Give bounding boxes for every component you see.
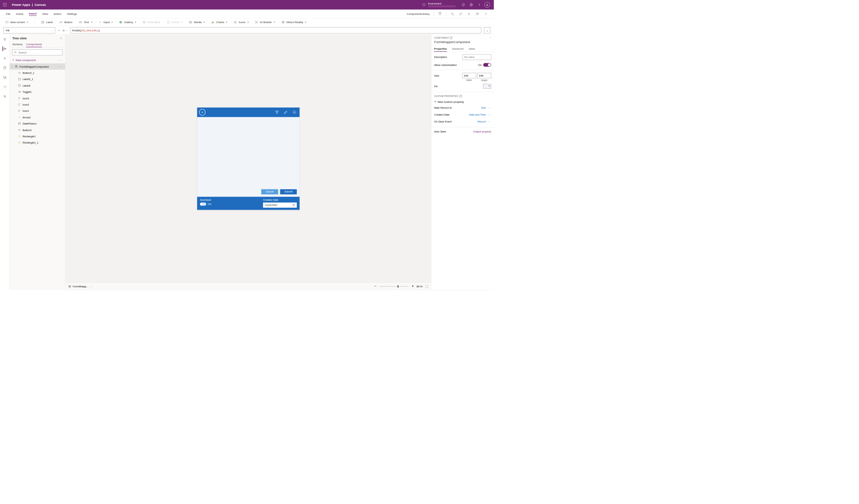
zoom-out-button[interactable]: −: [374, 284, 376, 288]
tree-node[interactable]: Rectangle1_1: [10, 139, 66, 146]
help-icon[interactable]: ?: [450, 37, 453, 39]
component-library-link[interactable]: ComponentLibrary: [407, 12, 430, 16]
tree-search-input[interactable]: [12, 49, 62, 55]
environment-selector[interactable]: Environment: [422, 2, 456, 7]
custom-prop-row[interactable]: Auto Save Output property: [434, 130, 491, 133]
more-icon[interactable]: ···: [488, 113, 491, 116]
props-tab-advanced[interactable]: Advanced: [452, 46, 463, 52]
tree-node[interactable]: Arrow1: [10, 114, 66, 120]
tree-node[interactable]: Label3: [10, 82, 66, 89]
created-date-input[interactable]: 11/24/2021: [263, 202, 297, 208]
chevron-right-icon[interactable]: ›: [490, 37, 491, 39]
menu-view[interactable]: View: [42, 12, 48, 16]
ribbon-label[interactable]: Label: [41, 20, 53, 24]
undo-icon[interactable]: [450, 12, 455, 16]
icons-icon: [18, 109, 21, 112]
zoom-slider[interactable]: [379, 286, 409, 286]
tree-node[interactable]: Button2_1: [10, 70, 66, 76]
health-check-icon[interactable]: [438, 12, 442, 16]
tree-node[interactable]: DatePicker1: [10, 120, 66, 127]
edit-icon[interactable]: [282, 109, 289, 115]
notifications-icon[interactable]: [460, 1, 467, 9]
rail-hamburger-icon[interactable]: [2, 37, 7, 42]
back-icon[interactable]: [199, 109, 205, 115]
prop-description-input[interactable]: [463, 55, 491, 60]
custom-prop-row[interactable]: Created Date Date and Time···: [434, 113, 491, 116]
menu-settings[interactable]: Settings: [67, 12, 77, 16]
prop-fill-swatch[interactable]: ⏷: [483, 84, 491, 89]
tree-node[interactable]: Icon3: [10, 95, 66, 101]
rail-data-icon[interactable]: [2, 66, 7, 70]
more-icon[interactable]: ···: [59, 58, 62, 61]
help-icon[interactable]: ?: [460, 95, 462, 98]
more-icon[interactable]: ···: [59, 65, 62, 68]
zoom-in-button[interactable]: +: [412, 284, 414, 288]
settings-icon[interactable]: [467, 1, 475, 9]
custom-prop-row[interactable]: On Save Event Record···: [434, 120, 491, 123]
props-tab-ideas[interactable]: Ideas: [469, 46, 475, 52]
property-selector[interactable]: Fill ⌄: [3, 27, 55, 33]
rail-insert-icon[interactable]: [2, 56, 7, 61]
svg-point-5: [6, 4, 7, 5]
play-preview-icon[interactable]: [467, 12, 471, 16]
ribbon-new-screen[interactable]: New screen▾: [5, 20, 28, 24]
formula-input[interactable]: RGBA(241, 244, 249, 1): [70, 27, 481, 33]
ribbon-input[interactable]: Input▾: [98, 20, 113, 24]
rail-tree-view-icon[interactable]: [2, 47, 7, 51]
menu-insert[interactable]: Insert: [29, 12, 37, 16]
prop-width-input[interactable]: [462, 73, 476, 78]
more-icon[interactable]: ···: [488, 106, 491, 109]
cancel-button[interactable]: Cancel: [261, 189, 278, 194]
redo-icon[interactable]: [459, 12, 463, 16]
tree-node[interactable]: Label3_1: [10, 76, 66, 82]
new-component-button[interactable]: + New component: [12, 58, 36, 61]
tree-node[interactable]: Rectangle1: [10, 133, 66, 139]
ribbon-gallery[interactable]: Gallery▾: [119, 20, 136, 24]
breadcrumb-selector[interactable]: FormWrapp... ⌄: [68, 285, 92, 288]
more-icon[interactable]: ···: [488, 120, 491, 123]
menu-action[interactable]: Action: [54, 12, 61, 16]
ribbon-media[interactable]: Media▾: [189, 20, 205, 24]
new-custom-property-button[interactable]: + New custom property: [434, 100, 491, 103]
tab-screens[interactable]: Screens: [12, 41, 23, 47]
datepicker-icon: [18, 122, 21, 125]
ribbon-ai-builder[interactable]: AI Builder▾: [255, 20, 275, 24]
rail-flows-icon[interactable]: [2, 85, 7, 89]
account-avatar[interactable]: A: [483, 1, 491, 9]
ribbon-data-table[interactable]: Data table: [142, 20, 160, 24]
app-launcher-icon[interactable]: [3, 3, 7, 7]
fx-button[interactable]: fx⌄: [62, 29, 67, 32]
submit-button[interactable]: Submit: [280, 189, 297, 194]
formula-expand-button[interactable]: ⌄: [484, 27, 490, 33]
custom-prop-row[interactable]: Main Record Id Text···: [434, 106, 491, 109]
tree-node-root[interactable]: ⌄ FormWrapperComponent ···: [10, 63, 66, 69]
share-icon[interactable]: [475, 12, 480, 16]
tree-search-field[interactable]: [18, 51, 60, 54]
tree-node[interactable]: Icon2: [10, 101, 66, 108]
allow-customization-toggle[interactable]: [483, 63, 491, 67]
rail-media-icon[interactable]: [2, 75, 7, 80]
help-icon[interactable]: [484, 12, 488, 16]
tree-node[interactable]: Toggle1: [10, 89, 66, 95]
tab-components[interactable]: Components: [26, 41, 42, 47]
help-icon[interactable]: [475, 1, 483, 9]
gear-icon[interactable]: [291, 109, 298, 115]
ribbon-text[interactable]: Text▾: [79, 20, 92, 24]
autosave-toggle[interactable]: [200, 202, 206, 206]
fit-screen-icon[interactable]: [425, 285, 428, 288]
menu-file[interactable]: File: [6, 12, 10, 16]
tree-node[interactable]: Button2: [10, 127, 66, 133]
menu-home[interactable]: Home: [16, 12, 23, 16]
component-stage[interactable]: Cancel Submit AutoSave On Created Da: [197, 107, 300, 210]
ribbon-forms[interactable]: Forms▾: [166, 20, 182, 24]
props-tab-properties[interactable]: Properties: [434, 46, 447, 52]
ribbon-mixed-reality[interactable]: Mixed Reality▾: [281, 20, 306, 24]
filter-icon[interactable]: [274, 109, 280, 115]
close-icon[interactable]: [60, 37, 62, 40]
tree-node[interactable]: Icon1: [10, 108, 66, 114]
ribbon-charts[interactable]: Charts▾: [211, 20, 227, 24]
ribbon-icons[interactable]: Icons▾: [234, 20, 249, 24]
rail-tools-icon[interactable]: [2, 94, 7, 99]
ribbon-button[interactable]: Button: [59, 20, 72, 24]
prop-height-input[interactable]: [477, 73, 491, 78]
